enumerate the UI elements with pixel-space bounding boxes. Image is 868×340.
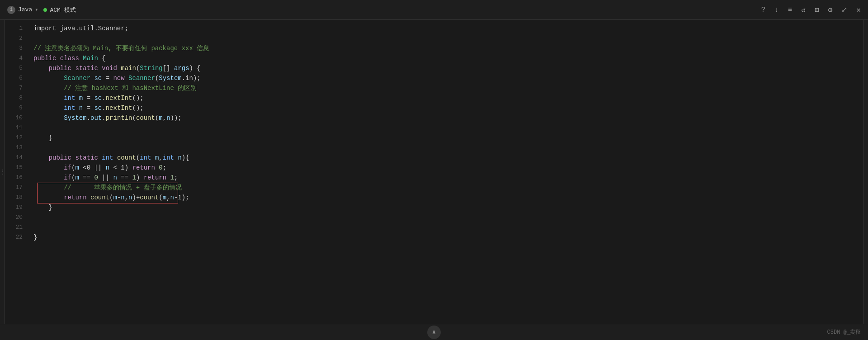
line-number: 4 [5, 53, 32, 63]
top-bar: i Java ▾ ACM 模式 ? ↓ ≡ ↺ ⊡ ⚙ ⤢ ✕ [0, 0, 868, 20]
line-content: public static void main(String[] args) { [32, 63, 863, 73]
code-line: 14 public static int count(int m,int n){ [5, 153, 863, 163]
line-number: 17 [5, 183, 32, 193]
code-line: 22} [5, 232, 863, 242]
line-number: 16 [5, 173, 32, 183]
close-icon[interactable]: ✕ [856, 5, 861, 14]
line-content: if(m <0 || n < 1) return 0; [32, 163, 863, 173]
line-number: 8 [5, 93, 32, 103]
refresh-icon[interactable]: ↺ [801, 5, 806, 14]
line-content: } [32, 133, 863, 143]
bottom-bar: ∧ CSDN @_卖秋 [0, 324, 868, 340]
reset-icon[interactable]: ≡ [788, 6, 793, 14]
line-number: 20 [5, 212, 32, 222]
code-line: 6 Scanner sc = new Scanner(System.in); [5, 73, 863, 83]
code-line: 20 [5, 212, 863, 222]
code-line: 5 public static void main(String[] args)… [5, 63, 863, 73]
line-content: public class Main { [32, 53, 863, 63]
code-line: 21 [5, 222, 863, 232]
line-number: 21 [5, 222, 32, 232]
line-number: 12 [5, 133, 32, 143]
line-number: 7 [5, 83, 32, 93]
code-line: 7 // 注意 hasNext 和 hasNextLine 的区别 [5, 83, 863, 93]
line-content: Scanner sc = new Scanner(System.in); [32, 73, 863, 83]
line-content: public static int count(int m,int n){ [32, 153, 863, 163]
top-bar-left: i Java ▾ ACM 模式 [7, 6, 76, 14]
lang-label: Java [18, 6, 32, 13]
scroll-up-button[interactable]: ∧ [427, 326, 441, 339]
line-number: 13 [5, 143, 32, 153]
code-line: 19 } [5, 203, 863, 212]
line-content: // 注意 hasNext 和 hasNextLine 的区别 [32, 83, 863, 93]
line-number: 11 [5, 123, 32, 133]
line-content: return count(m-n,n)+count(m,n-1); [32, 193, 863, 203]
line-number: 10 [5, 113, 32, 123]
code-line: 9 int n = sc.nextInt(); [5, 103, 863, 113]
line-content: int n = sc.nextInt(); [32, 103, 863, 113]
collapse-handle[interactable]: ⋮ [0, 20, 5, 324]
code-line: 12 } [5, 133, 863, 143]
line-number: 15 [5, 163, 32, 173]
line-content: import java.util.Scanner; [32, 24, 863, 33]
line-number: 9 [5, 103, 32, 113]
code-line: 18 return count(m-n,n)+count(m,n-1); [5, 193, 863, 203]
help-icon[interactable]: ? [761, 6, 766, 14]
collapse-dots-icon: ⋮ [0, 169, 5, 175]
code-line: 13 [5, 143, 863, 153]
line-number: 3 [5, 43, 32, 53]
acm-dot [43, 8, 47, 12]
code-line: 10 System.out.println(count(m,n)); [5, 113, 863, 123]
code-line: 4public class Main { [5, 53, 863, 63]
code-line: 17 // 苹果多的情况 + 盘子多的情况 [5, 183, 863, 193]
line-content: if(m == 0 || n == 1) return 1; [32, 173, 863, 183]
line-content: // 苹果多的情况 + 盘子多的情况 [32, 183, 863, 193]
line-number: 22 [5, 232, 32, 242]
editor-container: ⋮ 1import java.util.Scanner;23// 注意类名必须为… [0, 20, 868, 324]
expand-icon[interactable]: ⤢ [841, 5, 847, 14]
code-line: 8 int m = sc.nextInt(); [5, 93, 863, 103]
code-line: 3// 注意类名必须为 Main, 不要有任何 package xxx 信息 [5, 43, 863, 53]
line-content: } [32, 203, 863, 212]
code-line: 11 [5, 123, 863, 133]
download-icon[interactable]: ↓ [774, 6, 779, 14]
line-content: } [32, 232, 863, 242]
fullscreen-in-icon[interactable]: ⊡ [815, 5, 819, 14]
line-content: System.out.println(count(m,n)); [32, 113, 863, 123]
brand-label: CSDN @_卖秋 [827, 328, 861, 336]
lang-icon: i [7, 6, 15, 14]
line-number: 6 [5, 73, 32, 83]
code-line: 15 if(m <0 || n < 1) return 0; [5, 163, 863, 173]
arrow-up-icon: ∧ [432, 328, 436, 336]
line-number: 18 [5, 193, 32, 203]
top-bar-right: ? ↓ ≡ ↺ ⊡ ⚙ ⤢ ✕ [761, 5, 861, 14]
code-editor[interactable]: 1import java.util.Scanner;23// 注意类名必须为 M… [5, 20, 863, 324]
language-selector[interactable]: i Java ▾ [7, 6, 38, 14]
code-lines: 1import java.util.Scanner;23// 注意类名必须为 M… [5, 20, 863, 246]
dropdown-icon: ▾ [35, 6, 38, 13]
line-number: 5 [5, 63, 32, 73]
line-number: 1 [5, 24, 32, 33]
line-number: 19 [5, 203, 32, 212]
line-number: 14 [5, 153, 32, 163]
acm-mode-label: ACM 模式 [43, 6, 75, 14]
code-line: 2 [5, 33, 863, 43]
code-line: 16 if(m == 0 || n == 1) return 1; [5, 173, 863, 183]
line-content: // 注意类名必须为 Main, 不要有任何 package xxx 信息 [32, 43, 863, 53]
line-content: int m = sc.nextInt(); [32, 93, 863, 103]
line-number: 2 [5, 33, 32, 43]
code-line: 1import java.util.Scanner; [5, 24, 863, 33]
scrollbar[interactable] [863, 20, 868, 324]
settings-icon[interactable]: ⚙ [828, 5, 833, 14]
